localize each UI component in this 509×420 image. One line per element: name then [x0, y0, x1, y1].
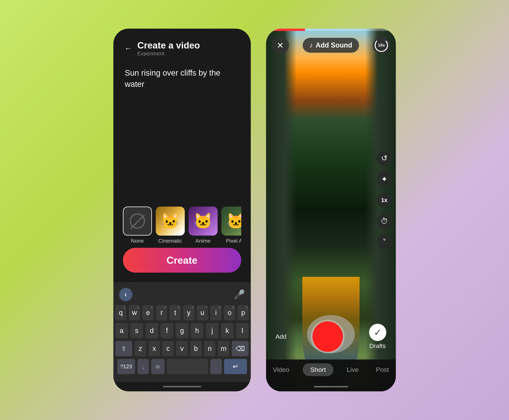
emoji-key[interactable]: ☺	[151, 359, 164, 374]
keyboard-row-2: a s d f g h j k l	[115, 323, 249, 338]
key-c[interactable]: c	[162, 341, 174, 356]
key-l[interactable]: l	[236, 323, 249, 338]
no-symbol-icon	[130, 213, 145, 229]
keyboard-bottom-row: ?123 , ☺ . ↵	[115, 359, 249, 374]
timer-button[interactable]: 15s	[373, 37, 390, 54]
page-title: Create a video	[137, 40, 200, 51]
record-button[interactable]	[312, 321, 343, 352]
progress-bar-container	[266, 29, 396, 31]
add-sound-button[interactable]: ♪ Add Sound	[303, 38, 359, 53]
page-subtitle: Experiment	[137, 51, 200, 57]
keyboard: ‹ 🎤 q1 w2 e3 r4 t5 y6 u7 i8 o9 p0 a s d …	[113, 282, 251, 382]
right-overlay: ✕ ♪ Add Sound 15s ↺ ✦ 1x ⏱	[266, 29, 396, 391]
key-q[interactable]: q1	[115, 305, 126, 320]
tab-post[interactable]: Post	[372, 364, 393, 375]
key-i[interactable]: i8	[210, 305, 221, 320]
style-label-cinematic: Cinematic	[158, 238, 182, 244]
cinematic-preview	[156, 207, 185, 236]
key-e[interactable]: e3	[142, 305, 154, 320]
style-thumb-none[interactable]	[123, 207, 152, 236]
countdown-icon: ⏱	[381, 217, 388, 225]
key-z[interactable]: z	[134, 341, 146, 356]
progress-bar-fill	[266, 29, 305, 31]
tab-live[interactable]: Live	[343, 364, 362, 375]
header-text: Create a video Experiment	[137, 40, 200, 57]
comma-key[interactable]: ,	[137, 359, 149, 374]
right-phone: ✕ ♪ Add Sound 15s ↺ ✦ 1x ⏱	[266, 29, 396, 391]
right-home-bar	[314, 386, 348, 387]
key-n[interactable]: n	[204, 341, 216, 356]
record-area: Add ✓ Drafts	[266, 321, 396, 360]
effects-button[interactable]: ✦	[377, 172, 392, 187]
key-w[interactable]: w2	[129, 305, 140, 320]
add-area[interactable]: Add	[276, 333, 287, 340]
create-label: Create	[167, 255, 198, 266]
key-b[interactable]: b	[190, 341, 202, 356]
style-thumb-cinematic[interactable]	[156, 207, 185, 236]
check-icon: ✓	[374, 327, 382, 338]
backspace-key[interactable]: ⌫	[232, 341, 249, 356]
style-item-anime[interactable]: Anime	[189, 207, 218, 244]
left-phone: ← Create a video Experiment Sun rising o…	[113, 29, 251, 391]
key-r[interactable]: r4	[156, 305, 167, 320]
style-label-pixel: Pixel Art	[226, 238, 241, 244]
style-item-pixel-art[interactable]: Pixel Art	[221, 207, 241, 244]
enter-key[interactable]: ↵	[224, 359, 247, 374]
pixel-preview	[221, 207, 241, 236]
back-arrow-icon: ←	[125, 44, 132, 53]
chevron-down-icon: ˅	[383, 238, 386, 247]
keyboard-row-3: ⇧ z x c v b n m ⌫	[115, 341, 249, 356]
countdown-button[interactable]: ⏱	[377, 213, 392, 229]
key-y[interactable]: y6	[183, 305, 194, 320]
keyboard-back-button[interactable]: ‹	[119, 288, 133, 301]
key-x[interactable]: x	[148, 341, 160, 356]
tab-short[interactable]: Short	[303, 363, 333, 376]
keyboard-back-icon: ‹	[125, 291, 127, 299]
period-key[interactable]: .	[210, 359, 222, 374]
key-u[interactable]: u7	[197, 305, 208, 320]
shift-key[interactable]: ⇧	[115, 341, 132, 356]
refresh-icon: ↺	[381, 154, 388, 163]
add-label: Add	[276, 333, 287, 340]
microphone-icon[interactable]: 🎤	[234, 289, 245, 300]
numbers-key[interactable]: ?123	[117, 359, 135, 374]
tab-video[interactable]: Video	[269, 364, 293, 375]
bottom-nav: Video Short Live Post	[266, 360, 396, 382]
speed-button[interactable]: 1x	[377, 192, 392, 208]
key-v[interactable]: v	[176, 341, 188, 356]
speed-label: 1x	[381, 197, 387, 203]
key-a[interactable]: a	[115, 323, 128, 338]
style-item-cinematic[interactable]: Cinematic	[156, 207, 185, 244]
drafts-button[interactable]: ✓	[369, 324, 386, 341]
nav-tabs: Video Short Live Post	[266, 363, 396, 376]
key-g[interactable]: g	[176, 323, 188, 338]
key-k[interactable]: k	[221, 323, 234, 338]
key-t[interactable]: t5	[170, 305, 181, 320]
style-label-none: None	[131, 238, 144, 244]
close-icon: ✕	[277, 40, 284, 50]
key-s[interactable]: s	[130, 323, 143, 338]
key-f[interactable]: f	[161, 323, 173, 338]
key-h[interactable]: h	[191, 323, 203, 338]
key-o[interactable]: o9	[224, 305, 235, 320]
style-thumb-anime[interactable]	[189, 207, 218, 236]
close-button[interactable]: ✕	[272, 37, 289, 54]
home-bar	[163, 386, 201, 387]
more-button[interactable]: ˅	[377, 234, 392, 250]
create-button[interactable]: Create	[123, 248, 241, 273]
space-key[interactable]	[167, 359, 208, 374]
back-button[interactable]: ←	[123, 43, 133, 54]
right-home-indicator	[266, 382, 396, 391]
top-controls: ✕ ♪ Add Sound 15s	[266, 31, 396, 54]
header-row: ← Create a video Experiment	[123, 40, 241, 57]
key-p[interactable]: p0	[237, 305, 249, 320]
key-d[interactable]: d	[145, 323, 158, 338]
key-j[interactable]: j	[206, 323, 219, 338]
drafts-label: Drafts	[369, 343, 386, 350]
refresh-button[interactable]: ↺	[377, 150, 392, 166]
add-sound-label: Add Sound	[316, 41, 352, 49]
style-item-none[interactable]: None	[123, 207, 152, 244]
keyboard-top-row: ‹ 🎤	[115, 286, 249, 305]
style-thumb-pixel[interactable]	[221, 207, 241, 236]
key-m[interactable]: m	[218, 341, 229, 356]
